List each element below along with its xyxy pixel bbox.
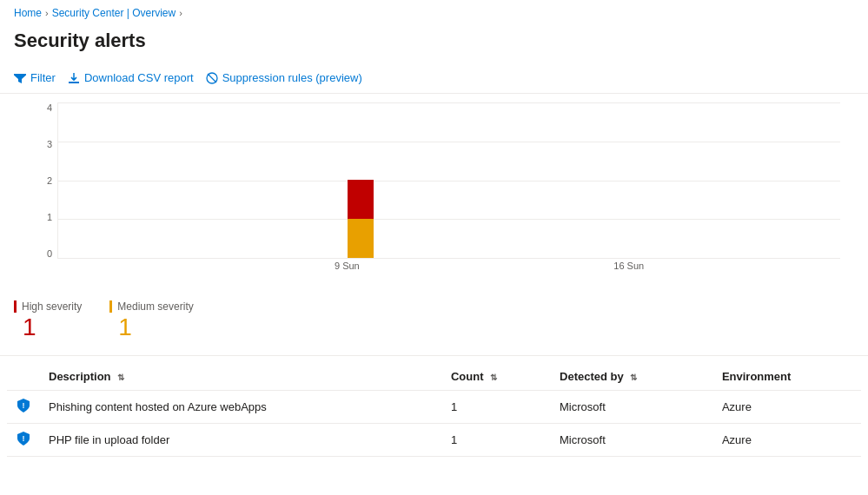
row-environment: Azure <box>713 390 861 423</box>
col-description: Description ⇅ <box>40 363 442 391</box>
suppression-rules-button[interactable]: Suppression rules (preview) <box>206 68 371 88</box>
svg-text:!: ! <box>23 434 25 443</box>
grid-line-1 <box>58 219 840 220</box>
svg-rect-0 <box>69 82 79 83</box>
filter-button[interactable]: Filter <box>14 68 64 88</box>
breadcrumb-sep-1: › <box>45 8 49 18</box>
row-icon-cell: ! <box>7 390 40 423</box>
chart-area: 0 1 2 3 4 9 Sun 16 Sun <box>0 94 868 294</box>
bar-high-severity <box>348 180 374 219</box>
sort-description-icon[interactable]: ⇅ <box>117 373 124 382</box>
toolbar: Filter Download CSV report Suppression r… <box>0 63 868 94</box>
table-header-row: Description ⇅ Count ⇅ Detected by ⇅ Envi… <box>7 363 861 391</box>
svg-line-3 <box>208 74 216 82</box>
table-row[interactable]: ! PHP file in upload folder1MicrosoftAzu… <box>7 423 861 456</box>
legend-medium-severity-label: Medium severity <box>117 300 193 313</box>
breadcrumb-sep-2: › <box>179 8 182 18</box>
alerts-table: Description ⇅ Count ⇅ Detected by ⇅ Envi… <box>7 363 861 457</box>
legend-area: High severity 1 Medium severity 1 <box>0 294 868 348</box>
row-icon-cell: ! <box>7 423 40 456</box>
row-description: Phishing content hosted on Azure webApps <box>40 390 442 423</box>
sort-detected-icon[interactable]: ⇅ <box>630 373 637 382</box>
grid-line-4 <box>58 102 840 103</box>
download-icon <box>68 72 80 84</box>
breadcrumb: Home › Security Center | Overview › <box>0 0 868 26</box>
col-environment: Environment <box>713 363 861 391</box>
row-detected-by: Microsoft <box>551 423 713 456</box>
row-description: PHP file in upload folder <box>40 423 442 456</box>
svg-text:!: ! <box>23 401 25 410</box>
y-label-3: 3 <box>28 139 52 149</box>
x-label-16sun: 16 Sun <box>613 261 644 271</box>
y-label-2: 2 <box>28 175 52 186</box>
breadcrumb-home[interactable]: Home <box>14 7 42 19</box>
grid-line-3 <box>58 142 840 142</box>
legend-high-severity-bar <box>14 300 17 313</box>
shield-icon: ! <box>16 431 31 446</box>
row-detected-by: Microsoft <box>551 390 713 423</box>
legend-high-severity: High severity 1 <box>14 300 82 341</box>
col-count: Count ⇅ <box>442 363 551 391</box>
section-divider <box>0 355 868 356</box>
grid-line-2 <box>58 181 840 182</box>
row-environment: Azure <box>713 423 861 456</box>
y-label-1: 1 <box>28 212 52 222</box>
row-count: 1 <box>442 390 551 423</box>
legend-medium-severity: Medium severity 1 <box>109 300 193 341</box>
legend-high-severity-label: High severity <box>22 300 82 313</box>
bar-medium-severity <box>348 219 374 258</box>
legend-medium-severity-count: 1 <box>118 314 193 341</box>
shield-icon: ! <box>16 398 31 413</box>
breadcrumb-security-center[interactable]: Security Center | Overview <box>52 7 176 19</box>
col-icon <box>7 363 40 391</box>
filter-icon <box>14 72 26 84</box>
sort-count-icon[interactable]: ⇅ <box>490 373 497 382</box>
row-count: 1 <box>442 423 551 456</box>
y-label-0: 0 <box>28 248 52 259</box>
legend-medium-severity-bar <box>109 300 112 313</box>
y-label-4: 4 <box>28 102 52 113</box>
x-label-9sun: 9 Sun <box>335 261 360 271</box>
legend-high-severity-count: 1 <box>23 314 82 341</box>
bar-group-9sun <box>348 180 374 258</box>
suppression-icon <box>206 72 218 84</box>
page-title: Security alerts <box>0 26 868 63</box>
table-row[interactable]: ! Phishing content hosted on Azure webAp… <box>7 390 861 423</box>
alerts-table-wrapper: Description ⇅ Count ⇅ Detected by ⇅ Envi… <box>0 363 868 457</box>
download-csv-button[interactable]: Download CSV report <box>68 68 202 88</box>
col-detected-by: Detected by ⇅ <box>551 363 713 391</box>
